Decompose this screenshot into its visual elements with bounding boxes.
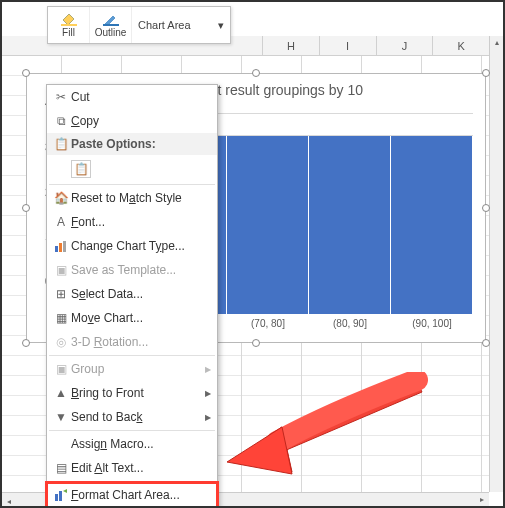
menu-copy[interactable]: ⧉ Copy xyxy=(47,109,217,133)
outline-label: Outline xyxy=(95,27,127,38)
svg-rect-3 xyxy=(59,243,62,252)
menu-select-data[interactable]: ⊞ Select Data... xyxy=(47,282,217,306)
resize-handle[interactable] xyxy=(482,204,490,212)
menu-save-as-template: ▣ Save as Template... xyxy=(47,258,217,282)
move-chart-icon: ▦ xyxy=(51,311,71,325)
col-header-i[interactable]: I xyxy=(319,36,376,55)
copy-icon: ⧉ xyxy=(51,114,71,128)
bar[interactable] xyxy=(227,136,309,314)
font-icon: A xyxy=(51,215,71,229)
svg-rect-1 xyxy=(103,24,119,26)
scroll-left-arrow-icon[interactable]: ◂ xyxy=(2,495,16,508)
x-tick: (80, 90] xyxy=(309,318,391,336)
template-icon: ▣ xyxy=(51,263,71,277)
menu-font[interactable]: A Font... xyxy=(47,210,217,234)
scroll-up-arrow-icon[interactable]: ▴ xyxy=(490,36,503,50)
menu-cut[interactable]: ✂ Cut xyxy=(47,85,217,109)
menu-move-chart[interactable]: ▦ Move Chart... xyxy=(47,306,217,330)
menu-format-chart-area[interactable]: Format Chart Area... xyxy=(47,483,217,507)
clipboard-icon: 📋 xyxy=(71,160,91,178)
chart-element-dropdown[interactable]: Chart Area ▾ xyxy=(132,7,230,43)
svg-rect-6 xyxy=(59,491,62,501)
menu-change-chart-type[interactable]: Change Chart Type... xyxy=(47,234,217,258)
group-icon: ▣ xyxy=(51,362,71,376)
menu-group: ▣ Group ▶ xyxy=(47,357,217,381)
x-tick: (90, 100] xyxy=(391,318,473,336)
col-header-h[interactable]: H xyxy=(262,36,319,55)
rotation-3d-icon: ◎ xyxy=(51,335,71,349)
resize-handle[interactable] xyxy=(482,339,490,347)
submenu-arrow-icon: ▶ xyxy=(205,389,211,398)
submenu-arrow-icon: ▶ xyxy=(205,365,211,374)
fill-label: Fill xyxy=(62,27,75,38)
resize-handle[interactable] xyxy=(252,339,260,347)
svg-rect-2 xyxy=(55,246,58,252)
menu-send-to-back[interactable]: ▼ Send to Back ▶ xyxy=(47,405,217,429)
format-chart-area-icon xyxy=(51,489,71,501)
clipboard-icon: 📋 xyxy=(51,137,71,151)
submenu-arrow-icon: ▶ xyxy=(205,413,211,422)
mini-format-toolbar: Fill Outline Chart Area ▾ xyxy=(47,6,231,44)
resize-handle[interactable] xyxy=(252,69,260,77)
reset-icon: 🏠 xyxy=(51,191,71,205)
svg-rect-5 xyxy=(55,494,58,501)
x-tick: (70, 80] xyxy=(227,318,309,336)
bar[interactable] xyxy=(391,136,473,314)
pen-icon xyxy=(103,12,119,26)
menu-assign-macro[interactable]: Assign Macro... xyxy=(47,432,217,456)
svg-rect-0 xyxy=(61,24,77,26)
resize-handle[interactable] xyxy=(22,204,30,212)
resize-handle[interactable] xyxy=(22,69,30,77)
chevron-down-icon: ▾ xyxy=(218,19,224,32)
scroll-right-arrow-icon[interactable]: ▸ xyxy=(475,493,489,507)
outline-button[interactable]: Outline xyxy=(90,7,132,43)
alt-text-icon: ▤ xyxy=(51,461,71,475)
col-header-k[interactable]: K xyxy=(432,36,489,55)
col-header-j[interactable]: J xyxy=(376,36,433,55)
bar[interactable] xyxy=(309,136,391,314)
menu-3d-rotation: ◎ 3-D Rotation... xyxy=(47,330,217,354)
paint-bucket-icon xyxy=(61,12,77,26)
select-data-icon: ⊞ xyxy=(51,287,71,301)
scissors-icon: ✂ xyxy=(51,90,71,104)
menu-edit-alt-text[interactable]: ▤ Edit Alt Text... xyxy=(47,456,217,480)
menu-paste-option[interactable]: 📋 xyxy=(47,155,217,183)
fill-button[interactable]: Fill xyxy=(48,7,90,43)
svg-rect-4 xyxy=(63,241,66,252)
dropdown-value: Chart Area xyxy=(138,19,191,31)
resize-handle[interactable] xyxy=(22,339,30,347)
bring-to-front-icon: ▲ xyxy=(51,386,71,400)
menu-bring-to-front[interactable]: ▲ Bring to Front ▶ xyxy=(47,381,217,405)
context-menu: ✂ Cut ⧉ Copy 📋 Paste Options: 📋 🏠 Reset … xyxy=(46,84,218,508)
chart-type-icon xyxy=(51,240,71,252)
resize-handle[interactable] xyxy=(482,69,490,77)
menu-reset-match-style[interactable]: 🏠 Reset to Match Style xyxy=(47,186,217,210)
send-to-back-icon: ▼ xyxy=(51,410,71,424)
vertical-scrollbar[interactable]: ▴ xyxy=(489,36,503,492)
menu-paste-options-header: 📋 Paste Options: xyxy=(47,133,217,155)
